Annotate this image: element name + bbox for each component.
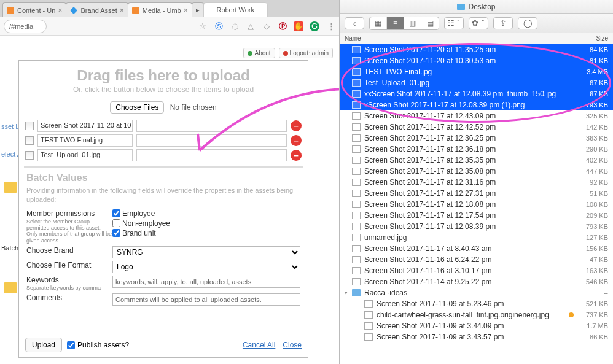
green-ext-icon[interactable]: G — [310, 21, 319, 31]
finder-file-row[interactable]: Screen Shot 2017-11-17 at 12.42.52 pm142… — [340, 122, 613, 133]
finder-file-row[interactable]: Screen Shot 2017-11-17 at 12.18.08 pm108… — [340, 199, 613, 210]
permission-option[interactable]: Brand unit — [112, 229, 300, 238]
file-extra-input[interactable] — [136, 149, 287, 161]
finder-file-row[interactable]: Screen Shot 2017-11-09 at 3.43.57 pm86 K… — [340, 331, 613, 343]
finder-file-row[interactable]: Screen Shot 2017-11-20 at 11.35.25 am84 … — [340, 44, 613, 55]
finder-file-row[interactable]: child-cartwheel-grass-sun-tall_tint.jpg.… — [340, 309, 613, 320]
permission-checkbox[interactable] — [112, 229, 120, 237]
raindrop-icon[interactable]: ◌ — [230, 21, 240, 31]
finder-file-row[interactable]: Test_Upload_01.jpg67 KB — [340, 77, 613, 88]
comments-input[interactable] — [112, 293, 300, 306]
sidebar-fragment: sset L — [1, 123, 19, 130]
adblock-icon[interactable]: ✋ — [294, 21, 303, 31]
finder-file-row[interactable]: Screen Shot 2017-11-17 at 12.31.16 pm92 … — [340, 177, 613, 188]
browser-tab[interactable]: Brand Asset× — [66, 2, 128, 17]
favicon-icon — [132, 7, 139, 14]
remove-file-button[interactable]: − — [291, 150, 302, 161]
file-name: Screen Shot 2017-11-17 at 12.43.09 pm — [364, 112, 574, 120]
file-icon — [352, 101, 361, 109]
file-name-input[interactable]: Screen Shot 2017-11-20 at 10 — [37, 120, 133, 132]
new-tab-button[interactable]: ▸ — [192, 2, 204, 17]
finder-file-row[interactable]: Screen Shot 2017-11-17 at 12.36.25 pm363… — [340, 133, 613, 144]
about-button[interactable]: About — [243, 48, 275, 58]
finder-file-row[interactable]: Screen Shot 2017-11-17 at 12.08.39 pm793… — [340, 221, 613, 232]
icon-view-button[interactable]: ▦ — [370, 17, 387, 29]
finder-file-row[interactable]: Screen Shot 2017-11-09 at 3.44.09 pm1.7 … — [340, 320, 613, 331]
publish-checkbox-input[interactable] — [67, 341, 75, 349]
skype-icon[interactable]: Ⓢ — [214, 21, 224, 31]
arrange-button[interactable]: ☷ ˅ — [444, 17, 464, 29]
address-bar[interactable]: /#media — [4, 20, 47, 33]
close-tab-icon[interactable]: × — [184, 6, 188, 15]
action-button[interactable]: ✿ ˅ — [469, 17, 488, 29]
finder-file-row[interactable]: Screen Shot 2017-11-16 at 6.24.22 pm47 K… — [340, 254, 613, 265]
permission-option[interactable]: Non-employee — [112, 219, 300, 228]
brand-select[interactable]: SYNRG — [112, 246, 300, 258]
finder-file-list[interactable]: Screen Shot 2017-11-20 at 11.35.25 am84 … — [340, 44, 613, 364]
pinterest-icon[interactable]: Ⓟ — [278, 21, 287, 31]
remove-file-button[interactable]: − — [291, 135, 302, 146]
permission-checkbox[interactable] — [112, 219, 120, 227]
permission-checkbox[interactable] — [112, 209, 120, 217]
batch-values-section: Batch Values Providing information in th… — [24, 166, 303, 312]
close-tab-icon[interactable]: × — [120, 6, 124, 15]
gallery-view-button[interactable]: ▤ — [421, 17, 439, 29]
file-size: 402 KB — [574, 157, 608, 164]
finder-file-row[interactable]: Screen Shot 2017-11-17 at 12.35.35 pm402… — [340, 155, 613, 166]
file-name-input[interactable]: TEST TWO Final.jpg — [37, 134, 133, 147]
bookmark-ext-icon[interactable]: ◇ — [262, 21, 271, 31]
finder-folder-row[interactable]: ▾Racca -ideas-- — [340, 287, 613, 298]
finder-file-row[interactable]: Screen Shot 2017-11-17 at 12.35.08 pm447… — [340, 166, 613, 177]
folder-icon — [352, 289, 361, 296]
remove-file-button[interactable]: − — [291, 120, 302, 131]
finder-file-row[interactable]: Screen Shot 2017-11-17 at 12.36.18 pm290… — [340, 144, 613, 155]
keywords-input[interactable] — [112, 276, 300, 288]
logout-button[interactable]: Logout: admin — [279, 48, 333, 58]
finder-file-row[interactable]: xxScreen Shot 2017-11-17 at 12.08.39 pm_… — [340, 88, 613, 99]
column-view-button[interactable]: ▥ — [404, 17, 421, 29]
finder-file-row[interactable]: xScreen Shot 2017-11-17 at 12.08.39 pm (… — [340, 99, 613, 110]
permission-option[interactable]: Employee — [112, 209, 300, 218]
file-name: Screen Shot 2017-11-20 at 11.35.25 am — [364, 45, 574, 54]
finder-column-header[interactable]: Name Size — [340, 33, 613, 44]
finder-file-row[interactable]: Screen Shot 2017-11-17 at 12.17.54 pm209… — [340, 210, 613, 221]
back-button[interactable]: ‹ — [345, 17, 364, 29]
file-name-input[interactable]: Test_Upload_01.jpg — [37, 149, 133, 161]
disclosure-triangle-icon[interactable]: ▾ — [345, 290, 351, 296]
finder-file-row[interactable]: Screen Shot 2017-11-09 at 5.23.46 pm521 … — [340, 298, 613, 309]
format-select[interactable]: Logo — [112, 261, 300, 273]
bookmark-tab[interactable]: Robert Work — [203, 2, 268, 17]
file-name: Screen Shot 2017-11-20 at 10.30.53 am — [364, 56, 574, 65]
file-extra-input[interactable] — [136, 120, 287, 132]
close-link[interactable]: Close — [283, 341, 302, 349]
publish-assets-checkbox[interactable]: Publish assets? — [67, 341, 129, 349]
finder-file-row[interactable]: Screen Shot 2017-11-20 at 10.30.53 am81 … — [340, 55, 613, 66]
finder-file-row[interactable]: Screen Shot 2017-11-17 at 12.27.31 pm51 … — [340, 188, 613, 199]
upload-button[interactable]: Upload — [25, 338, 62, 352]
close-tab-icon[interactable]: × — [58, 6, 62, 15]
finder-file-row[interactable]: Screen Shot 2017-11-16 at 3.10.17 pm163 … — [340, 265, 613, 276]
list-view-button[interactable]: ≡ — [387, 17, 404, 29]
tags-button[interactable]: ◯ — [518, 17, 537, 29]
file-name: unnamed.jpg — [364, 233, 574, 242]
file-extra-input[interactable] — [136, 134, 287, 147]
size-column-header[interactable]: Size — [574, 35, 608, 42]
more-icon[interactable]: ⋮ — [326, 21, 335, 31]
finder-file-row[interactable]: Screen Shot 2017-11-17 at 12.43.09 pm325… — [340, 110, 613, 122]
cloud-icon[interactable]: △ — [246, 21, 256, 31]
star-icon[interactable]: ☆ — [198, 21, 208, 31]
finder-window: Desktop ‹ ▦ ≡ ▥ ▤ ☷ ˅ ✿ ˅ ⇪ ◯ Name Size … — [339, 0, 613, 364]
browser-tab[interactable]: Content - Un× — [2, 2, 66, 17]
finder-toolbar: ‹ ▦ ≡ ▥ ▤ ☷ ˅ ✿ ˅ ⇪ ◯ — [340, 14, 613, 33]
choose-files-button[interactable]: Choose Files — [110, 101, 164, 114]
cancel-all-link[interactable]: Cancel All — [243, 341, 275, 349]
browser-tab[interactable]: Media - Umb× — [128, 2, 192, 17]
finder-file-row[interactable]: Screen Shot 2017-11-17 at 8.40.43 am156 … — [340, 243, 613, 254]
upload-modal: Drag files here to upload Or, click the … — [18, 60, 308, 358]
finder-file-row[interactable]: unnamed.jpg127 KB — [340, 232, 613, 243]
finder-file-row[interactable]: Screen Shot 2017-11-14 at 9.25.22 pm546 … — [340, 276, 613, 287]
name-column-header[interactable]: Name — [345, 35, 574, 42]
share-button[interactable]: ⇪ — [493, 17, 513, 29]
finder-file-row[interactable]: TEST TWO Final.jpg3.4 MB — [340, 66, 613, 77]
file-icon — [352, 168, 361, 175]
